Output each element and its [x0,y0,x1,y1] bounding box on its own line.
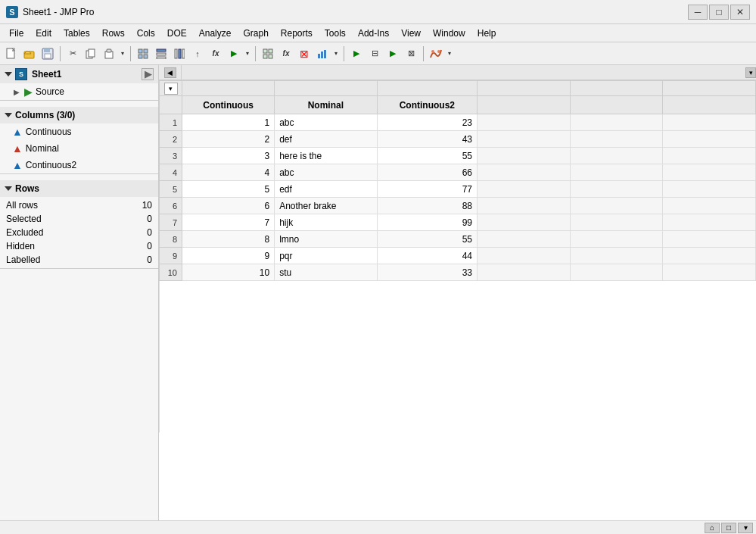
cell-empty1[interactable] [478,231,571,248]
menu-cols[interactable]: Cols [131,27,161,40]
cell-empty1[interactable] [478,131,571,148]
toolbar-btn-minus[interactable]: ⊟ [366,45,383,62]
menu-file[interactable]: File [3,27,30,40]
cell-empty3[interactable] [663,264,756,281]
cell-empty3[interactable] [663,198,756,214]
cell-continuous[interactable]: 6 [182,198,275,214]
spreadsheet-container[interactable]: ▾ Continuous Nominal [159,80,756,520]
sheet1-expand-btn[interactable]: ▶ [142,68,154,80]
col-header-nominal[interactable]: Nominal [275,96,378,114]
menu-reports[interactable]: Reports [275,27,319,40]
col-nominal-item[interactable]: ▲ Nominal [0,140,158,157]
cell-nominal[interactable]: Another brake [275,198,378,214]
cell-empty1[interactable] [478,148,571,164]
menu-help[interactable]: Help [471,27,502,40]
cell-empty2[interactable] [570,131,663,148]
cell-empty1[interactable] [478,264,571,281]
menu-addins[interactable]: Add-Ins [352,27,395,40]
toolbar-copy-btn[interactable] [82,45,99,62]
minimize-button[interactable]: ─ [688,5,708,20]
cell-empty2[interactable] [570,231,663,248]
cell-continuous[interactable]: 10 [182,264,275,281]
toolbar-btn-run[interactable]: ▶ [226,45,242,62]
cell-empty1[interactable] [478,214,571,231]
toolbar-chart-dropdown[interactable]: ▾ [332,45,340,62]
cell-empty3[interactable] [663,131,756,148]
empty-spreadsheet-area[interactable] [159,281,756,433]
source-item[interactable]: ▶ ▶ Source [0,83,158,100]
menu-edit[interactable]: Edit [30,27,58,40]
cell-nominal[interactable]: hijk [275,214,378,231]
toolbar-btn-x[interactable]: ⊠ [403,45,419,62]
cell-nominal[interactable]: abc [275,164,378,181]
toolbar-cut-btn[interactable]: ✂ [64,45,81,62]
cell-continuous[interactable]: 1 [182,114,275,131]
toolbar-btn-run3[interactable]: ▶ [384,45,401,62]
cell-continuous2[interactable]: 55 [377,231,477,248]
table-row[interactable]: 1010stu33 [160,264,756,281]
menu-graph[interactable]: Graph [237,27,274,40]
cell-empty2[interactable] [570,264,663,281]
cell-continuous[interactable]: 4 [182,164,275,181]
toolbar-btn-grid[interactable] [135,45,151,62]
table-row[interactable]: 22def43 [160,131,756,148]
close-button[interactable]: ✕ [730,5,750,20]
col-continuous-item[interactable]: ▲ Continuous [0,123,158,140]
cell-continuous[interactable]: 3 [182,148,275,164]
menu-analyze[interactable]: Analyze [193,27,238,40]
cell-continuous[interactable]: 8 [182,231,275,248]
cell-continuous[interactable]: 9 [182,248,275,264]
cell-continuous2[interactable]: 44 [377,248,477,264]
col-continuous2-item[interactable]: ▲ Continuous2 [0,157,158,173]
toolbar-btn-grid2[interactable] [260,45,276,62]
cell-nominal[interactable]: edf [275,181,378,198]
cell-continuous2[interactable]: 43 [377,131,477,148]
cell-continuous2[interactable]: 99 [377,214,477,231]
columns-header[interactable]: Columns (3/0) [0,107,158,123]
cell-nominal[interactable]: stu [275,264,378,281]
table-row[interactable]: 44abc66 [160,164,756,181]
toolbar-btn-graph[interactable] [428,45,444,62]
row-filter-dropdown[interactable]: ▾ [164,83,178,95]
table-row[interactable]: 99pqr44 [160,248,756,264]
cell-continuous2[interactable]: 23 [377,114,477,131]
cell-empty3[interactable] [663,248,756,264]
rows-header[interactable]: Rows [0,180,158,197]
cell-nominal[interactable]: pqr [275,248,378,264]
menu-tables[interactable]: Tables [58,27,96,40]
toolbar-btn-cancel[interactable]: ⊠ [296,45,313,62]
status-dropdown-btn[interactable]: ▾ [738,523,753,533]
scroll-left-btn[interactable]: ◀ [164,67,176,78]
menu-tools[interactable]: Tools [319,27,352,40]
toolbar-btn-arrowup[interactable]: ↑ [189,45,206,62]
cell-continuous[interactable]: 2 [182,131,275,148]
col-header-continuous2[interactable]: Continuous2 [377,96,477,114]
cell-empty1[interactable] [478,164,571,181]
cell-continuous[interactable]: 7 [182,214,275,231]
cell-empty3[interactable] [663,231,756,248]
cell-continuous[interactable]: 5 [182,181,275,198]
cell-empty2[interactable] [570,248,663,264]
cell-nominal[interactable]: lmno [275,231,378,248]
toolbar-btn-fx2[interactable]: fx [278,45,294,62]
cell-continuous2[interactable]: 66 [377,164,477,181]
menu-rows[interactable]: Rows [96,27,131,40]
cell-empty2[interactable] [570,114,663,131]
table-row[interactable]: 33here is the55 [160,148,756,164]
sheet1-header[interactable]: S Sheet1 ▶ [0,65,158,83]
cell-empty2[interactable] [570,181,663,198]
cell-empty1[interactable] [478,198,571,214]
toolbar-graph-dropdown[interactable]: ▾ [446,45,453,62]
cell-empty3[interactable] [663,214,756,231]
cell-empty3[interactable] [663,181,756,198]
toolbar-save-btn[interactable] [39,45,56,62]
cell-empty2[interactable] [570,148,663,164]
cell-continuous2[interactable]: 33 [377,264,477,281]
col-dropdown-btn[interactable]: ▾ [745,67,756,78]
status-home-btn[interactable]: ⌂ [705,523,720,533]
cell-empty2[interactable] [570,214,663,231]
maximize-button[interactable]: □ [709,5,729,20]
cell-nominal[interactable]: def [275,131,378,148]
toolbar-btn-rowsel[interactable] [153,45,170,62]
cell-nominal[interactable]: abc [275,114,378,131]
